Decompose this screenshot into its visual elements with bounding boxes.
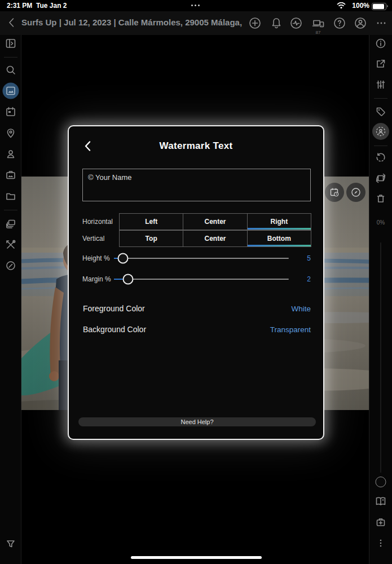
battery-icon (372, 3, 386, 10)
vertical-bottom-button[interactable]: Bottom (247, 230, 311, 247)
horizontal-label: Horizontal (82, 218, 113, 226)
people-view-icon[interactable] (376, 126, 386, 136)
height-label: Height % (82, 254, 110, 262)
foreground-color-value[interactable]: White (291, 305, 311, 313)
background-color-value[interactable]: Transparent (270, 325, 311, 334)
app-header: Surfs Up | Jul 12, 2023 | Calle Mármoles… (0, 11, 392, 35)
clock-time: 2:31 PM (7, 2, 32, 10)
share-export-icon[interactable] (376, 59, 386, 69)
vertical-label: Vertical (82, 235, 104, 243)
book-people-icon[interactable] (376, 497, 386, 506)
sync-count-badge: 87 (311, 30, 325, 35)
notifications-button[interactable] (270, 16, 283, 30)
calendar-icon[interactable] (6, 107, 16, 117)
height-slider[interactable] (114, 258, 289, 259)
margin-slider[interactable] (114, 279, 289, 280)
multitasking-indicator-icon (191, 5, 200, 6)
add-to-album-icon[interactable] (376, 517, 386, 527)
library-icon[interactable] (6, 86, 16, 96)
background-color-label: Background Color (83, 325, 146, 334)
horizontal-alignment-row: Horizontal Left Center Right (69, 213, 325, 230)
horizontal-right-button[interactable]: Right (247, 213, 311, 230)
margin-value: 2 (307, 275, 311, 283)
margin-label: Margin % (82, 275, 111, 283)
horizontal-center-button[interactable]: Center (183, 213, 247, 230)
tools-icon[interactable] (6, 240, 16, 250)
info-icon[interactable] (376, 38, 386, 49)
vertical-alignment-row: Vertical Top Center Bottom (69, 230, 325, 247)
back-button[interactable] (6, 16, 18, 29)
margin-slider-thumb[interactable] (122, 274, 133, 285)
wifi-icon (337, 2, 346, 9)
cloud-activity-button[interactable] (289, 16, 303, 30)
versions-button[interactable] (325, 183, 344, 202)
right-sidebar: 0% (369, 35, 392, 564)
vertical-center-button[interactable]: Center (183, 230, 247, 247)
tag-icon[interactable] (376, 107, 386, 117)
left-sidebar (0, 35, 21, 564)
zoom-slider-track[interactable] (381, 243, 381, 473)
crop-rotate-icon[interactable] (376, 173, 386, 183)
trash-icon[interactable] (376, 193, 386, 204)
account-button[interactable] (354, 16, 367, 30)
foreground-color-label: Foreground Color (83, 304, 145, 313)
home-indicator[interactable] (131, 556, 262, 559)
more-options-button[interactable] (375, 16, 388, 30)
margin-slider-row: Margin % 2 (69, 274, 325, 285)
watermark-text-input[interactable]: © Your Name (82, 169, 311, 201)
history-restore-icon[interactable] (376, 152, 386, 162)
person-icon[interactable] (6, 149, 16, 159)
need-help-button[interactable]: Need Help? (78, 417, 316, 426)
zoom-level-label: 0% (369, 219, 392, 226)
discover-button[interactable] (346, 183, 365, 202)
add-photos-button[interactable] (248, 16, 262, 30)
clock-date: Tue Jan 2 (36, 2, 67, 10)
zoom-slider-thumb[interactable] (376, 477, 386, 487)
dialog-title: Watermark Text (69, 140, 323, 152)
album-case-icon[interactable] (6, 170, 16, 180)
devices-sync-button[interactable] (311, 16, 325, 30)
status-bar: 2:31 PM Tue Jan 2 100% (0, 0, 392, 11)
gauge-icon[interactable] (6, 261, 16, 271)
battery-percent: 100% (352, 2, 369, 10)
height-value: 5 (307, 254, 311, 262)
collapse-panel-icon[interactable] (5, 38, 16, 49)
copies-stack-icon[interactable] (6, 219, 16, 229)
tune-sliders-icon[interactable] (376, 80, 386, 90)
folder-icon[interactable] (6, 191, 16, 201)
filter-funnel-icon[interactable] (6, 539, 16, 549)
vertical-top-button[interactable]: Top (119, 230, 183, 247)
background-color-row[interactable]: Background Color Transparent (69, 325, 325, 336)
album-title: Surfs Up | Jul 12, 2023 | Calle Mármoles… (21, 17, 243, 27)
watermark-dialog: Watermark Text © Your Name Horizontal Le… (68, 125, 324, 440)
foreground-color-row[interactable]: Foreground Color White (69, 304, 325, 315)
height-slider-row: Height % 5 (69, 253, 325, 264)
more-vertical-icon[interactable] (376, 538, 386, 548)
search-icon[interactable] (6, 65, 16, 75)
help-button[interactable] (333, 16, 346, 30)
height-slider-thumb[interactable] (117, 253, 128, 264)
horizontal-left-button[interactable]: Left (119, 213, 183, 230)
location-pin-icon[interactable] (6, 128, 16, 138)
